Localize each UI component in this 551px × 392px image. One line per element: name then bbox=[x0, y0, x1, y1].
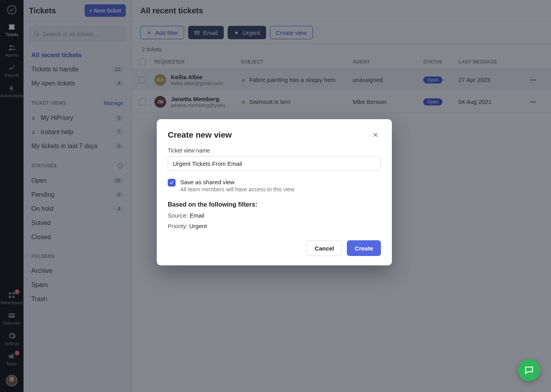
modal-title: Create new view bbox=[168, 130, 232, 140]
shared-view-sublabel: All team members will have access to thi… bbox=[180, 186, 294, 192]
shared-view-checkbox[interactable] bbox=[168, 179, 176, 187]
chat-icon bbox=[524, 365, 534, 375]
modal-close-button[interactable] bbox=[370, 129, 381, 140]
close-icon bbox=[372, 131, 379, 138]
filters-title: Based on the following filters: bbox=[168, 201, 381, 208]
check-icon bbox=[169, 180, 174, 185]
shared-view-label: Save as shared view bbox=[180, 179, 294, 185]
view-name-label: Ticket view name bbox=[168, 147, 381, 154]
filter-line: Source: Email bbox=[168, 212, 381, 219]
filter-line: Priority: Urgent bbox=[168, 223, 381, 229]
cancel-button[interactable]: Cancel bbox=[306, 240, 342, 256]
chat-fab[interactable] bbox=[518, 359, 540, 381]
create-view-modal: Create new view Ticket view name Save as… bbox=[157, 119, 392, 265]
view-name-input[interactable] bbox=[168, 156, 381, 171]
create-button[interactable]: Create bbox=[347, 240, 381, 256]
